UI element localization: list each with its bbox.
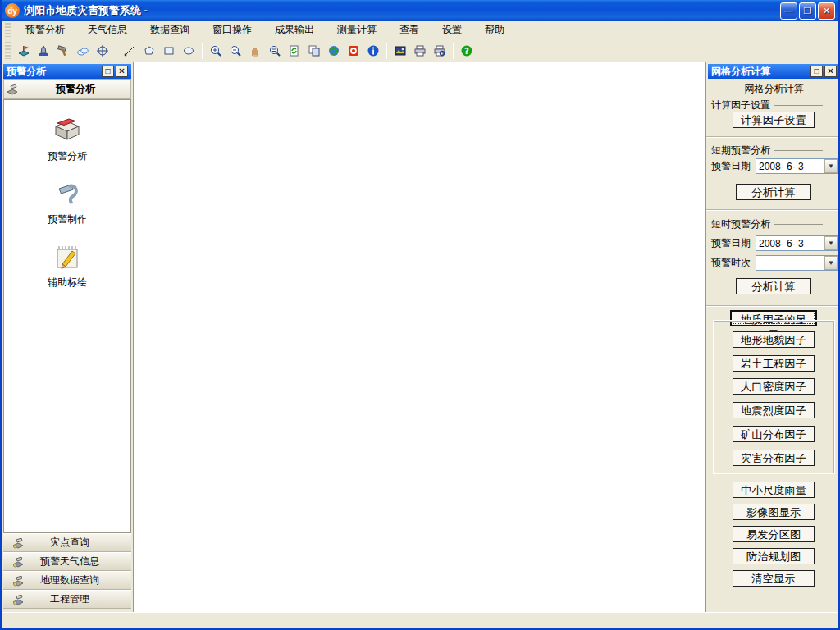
app-window: dy 浏阳市地质灾害预警系统 - —❐✕ 预警分析天气信息数据查询窗口操作成果输… (0, 0, 840, 630)
pan-icon[interactable] (245, 41, 265, 61)
left-panel-header: 预警分析 (3, 79, 131, 99)
short-term-analyze-button[interactable]: 分析计算 (736, 184, 811, 200)
aux-drawing-icon (51, 240, 84, 272)
factor-button-3[interactable]: 地震烈度因子 (733, 402, 815, 418)
zoom-out-icon[interactable] (226, 41, 245, 61)
group-label-short-time: 短时预警分析 (711, 217, 823, 231)
menu-item-8[interactable]: 帮助 (473, 21, 516, 39)
menu-item-2[interactable]: 数据查询 (139, 21, 201, 39)
right-panel-title: 网格分析计算 (711, 65, 809, 79)
left-panel-bottom-bars: 灾点查询预警天气信息地理数据查询工程管理 (3, 533, 131, 612)
app-icon: dy (5, 3, 20, 18)
menu-bar: 预警分析天气信息数据查询窗口操作成果输出测量计算查看设置帮助 (2, 21, 838, 39)
factor-button-4[interactable]: 矿山分布因子 (733, 426, 815, 442)
menu-item-1[interactable]: 天气信息 (76, 21, 139, 39)
restore-button[interactable]: ❐ (799, 2, 816, 20)
close-button[interactable]: ✕ (818, 2, 835, 20)
warning-maker-icon (51, 176, 84, 209)
left-bar-label: 工程管理 (30, 592, 110, 606)
left-bar-label: 预警天气信息 (30, 555, 110, 568)
globe-icon[interactable] (324, 41, 344, 61)
warning-date-select-2[interactable]: 2008- 6- 3 ▼ (756, 235, 838, 251)
warning-map-icon[interactable] (14, 41, 34, 61)
chevron-down-icon[interactable]: ▼ (824, 159, 838, 173)
warning-time-select[interactable]: ▼ (756, 255, 838, 271)
left-panel-bar-2[interactable]: 地理数据查询 (3, 571, 131, 590)
chevron-down-icon[interactable]: ▼ (824, 256, 838, 270)
locate-icon[interactable] (93, 41, 112, 61)
left-panel-item-1[interactable]: 预警制作 (4, 176, 130, 226)
warning-date-select[interactable]: 2008- 6- 3 ▼ (756, 158, 838, 174)
polygon-tool-icon[interactable] (139, 41, 159, 61)
window-controls: —❐✕ (780, 2, 835, 20)
left-bar-label: 灾点查询 (30, 536, 110, 550)
toolbar: ? (2, 39, 838, 62)
left-panel-header-label: 预警分析 (21, 82, 130, 96)
close-icon[interactable]: ✕ (824, 66, 837, 77)
factor-button-5[interactable]: 灾害分布因子 (733, 450, 815, 466)
info-icon[interactable] (363, 41, 383, 61)
factor-button-1[interactable]: 岩土工程因子 (733, 355, 815, 372)
left-panel-list: 预警分析预警制作辅助标绘 (3, 99, 131, 533)
map-canvas[interactable] (134, 62, 705, 612)
weather-info-icon (11, 555, 25, 568)
plot-stamp-icon[interactable] (34, 41, 53, 61)
left-panel-bar-1[interactable]: 预警天气信息 (3, 552, 131, 571)
menu-item-0[interactable]: 预警分析 (14, 21, 76, 39)
short-time-analyze-button[interactable]: 分析计算 (736, 278, 811, 294)
divider (706, 209, 840, 211)
menu-item-5[interactable]: 测量计算 (326, 21, 388, 39)
map-window[interactable] (134, 62, 705, 612)
display-button-4[interactable]: 清空显示 (733, 570, 815, 587)
rectangle-tool-icon[interactable] (159, 41, 179, 61)
chevron-down-icon[interactable]: ▼ (824, 236, 838, 250)
toolbar-separator (386, 43, 387, 59)
toolbar-grip[interactable] (5, 42, 11, 60)
menu-item-4[interactable]: 成果输出 (263, 21, 326, 39)
left-panel-bar-0[interactable]: 灾点查询 (3, 533, 131, 552)
right-panel-titlebar: 网格分析计算 □ ✕ (708, 64, 840, 79)
cloud-icon[interactable] (73, 41, 93, 61)
display-button-3[interactable]: 防治规划图 (733, 548, 815, 564)
left-panel-titlebar: 预警分析 □ ✕ (3, 64, 131, 79)
divider (706, 136, 840, 138)
right-panel: 网格分析计算 □ ✕ 网格分析计算 计算因子设置 计算因子设置 短期预警分析 预… (705, 62, 840, 612)
display-button-0[interactable]: 中小尺度雨量 (733, 482, 815, 498)
left-panel-item-0[interactable]: 预警分析 (4, 113, 130, 163)
map-image-icon[interactable] (390, 41, 410, 61)
factor-setup-button[interactable]: 计算因子设置 (733, 112, 815, 128)
time-label: 预警时次 (711, 256, 751, 270)
refresh-icon[interactable] (285, 41, 304, 61)
pin-icon[interactable]: □ (810, 66, 823, 77)
help-icon[interactable]: ? (457, 41, 477, 61)
status-bar (2, 612, 838, 628)
layers-copy-icon[interactable] (304, 41, 324, 61)
menu-item-3[interactable]: 窗口操作 (201, 21, 263, 39)
stop-icon[interactable] (344, 41, 363, 61)
left-item-label: 预警制作 (48, 213, 87, 225)
menubar-grip[interactable] (5, 23, 11, 37)
zoom-extent-icon[interactable] (265, 41, 285, 61)
menu-item-7[interactable]: 设置 (431, 21, 473, 39)
left-panel-item-2[interactable]: 辅助标绘 (4, 240, 130, 290)
close-icon[interactable]: ✕ (116, 66, 128, 77)
print-icon[interactable] (410, 41, 430, 61)
display-button-2[interactable]: 易发分区图 (733, 526, 815, 542)
toolbar-separator (202, 43, 203, 59)
minimize-button[interactable]: — (780, 2, 797, 20)
hammer-icon[interactable] (53, 41, 73, 61)
left-panel-bar-3[interactable]: 工程管理 (3, 590, 131, 609)
pin-icon[interactable]: □ (102, 66, 114, 77)
print-preview-icon[interactable] (430, 41, 450, 61)
zoom-in-icon[interactable] (206, 41, 226, 61)
left-item-label: 预警分析 (48, 150, 87, 162)
ellipse-tool-icon[interactable] (179, 41, 199, 61)
display-button-1[interactable]: 影像图显示 (733, 504, 815, 520)
factor-button-0[interactable]: 地形地貌因子 (733, 331, 815, 348)
line-tool-icon[interactable] (120, 41, 139, 61)
disaster-point-icon (11, 536, 25, 550)
menu-item-6[interactable]: 查看 (388, 21, 431, 39)
factor-button-2[interactable]: 人口密度因子 (733, 378, 815, 395)
left-panel: 预警分析 □ ✕ 预警分析 预警分析预警制作辅助标绘 灾点查询预警天气信息地理数… (2, 62, 134, 612)
title-bar: dy 浏阳市地质灾害预警系统 - —❐✕ (2, 0, 838, 21)
